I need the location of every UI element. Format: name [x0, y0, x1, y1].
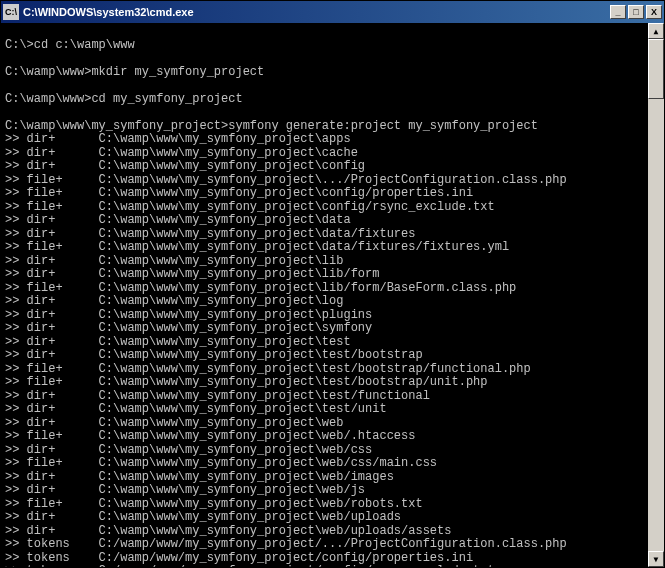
terminal-line: >> tokens C:/wamp/www/my_symfony_project… — [5, 552, 644, 566]
terminal-line — [5, 52, 644, 66]
terminal-line: >> file+ C:\wamp\www\my_symfony_project\… — [5, 376, 644, 390]
terminal-line: C:\wamp\www\my_symfony_project>symfony g… — [5, 120, 644, 134]
window-controls: _ □ X — [610, 5, 662, 19]
close-button[interactable]: X — [646, 5, 662, 19]
terminal-output[interactable]: C:\>cd c:\wamp\www C:\wamp\www>mkdir my_… — [1, 23, 648, 567]
terminal-line: >> dir+ C:\wamp\www\my_symfony_project\w… — [5, 525, 644, 539]
terminal-line: >> file+ C:\wamp\www\my_symfony_project\… — [5, 241, 644, 255]
terminal-line: >> file+ C:\wamp\www\my_symfony_project\… — [5, 187, 644, 201]
terminal-line: >> dir+ C:\wamp\www\my_symfony_project\t… — [5, 403, 644, 417]
terminal-line: >> tokens C:/wamp/www/my_symfony_project… — [5, 538, 644, 552]
terminal-line: >> file+ C:\wamp\www\my_symfony_project\… — [5, 282, 644, 296]
terminal-line — [5, 106, 644, 120]
scroll-thumb[interactable] — [648, 39, 664, 99]
titlebar: C:\ C:\WINDOWS\system32\cmd.exe _ □ X — [1, 1, 664, 23]
terminal-line — [5, 25, 644, 39]
terminal-line: >> dir+ C:\wamp\www\my_symfony_project\w… — [5, 484, 644, 498]
terminal-line: >> file+ C:\wamp\www\my_symfony_project\… — [5, 498, 644, 512]
window-title: C:\WINDOWS\system32\cmd.exe — [23, 6, 610, 18]
terminal-line: >> dir+ C:\wamp\www\my_symfony_project\d… — [5, 228, 644, 242]
terminal-line: C:\wamp\www>cd my_symfony_project — [5, 93, 644, 107]
terminal-line: C:\>cd c:\wamp\www — [5, 39, 644, 53]
terminal-line: >> dir+ C:\wamp\www\my_symfony_project\c… — [5, 160, 644, 174]
terminal-line: >> dir+ C:\wamp\www\my_symfony_project\s… — [5, 322, 644, 336]
terminal-line: >> dir+ C:\wamp\www\my_symfony_project\p… — [5, 309, 644, 323]
terminal-line: C:\wamp\www>mkdir my_symfony_project — [5, 66, 644, 80]
terminal-line: >> dir+ C:\wamp\www\my_symfony_project\t… — [5, 390, 644, 404]
terminal-line: >> file+ C:\wamp\www\my_symfony_project\… — [5, 363, 644, 377]
minimize-button[interactable]: _ — [610, 5, 626, 19]
terminal-line: >> dir+ C:\wamp\www\my_symfony_project\w… — [5, 417, 644, 431]
terminal-line: >> dir+ C:\wamp\www\my_symfony_project\l… — [5, 255, 644, 269]
maximize-button[interactable]: □ — [628, 5, 644, 19]
terminal-line: >> file+ C:\wamp\www\my_symfony_project\… — [5, 457, 644, 471]
terminal-line: >> dir+ C:\wamp\www\my_symfony_project\a… — [5, 133, 644, 147]
terminal-line: >> dir+ C:\wamp\www\my_symfony_project\l… — [5, 268, 644, 282]
terminal-line: >> dir+ C:\wamp\www\my_symfony_project\d… — [5, 214, 644, 228]
terminal-line: >> dir+ C:\wamp\www\my_symfony_project\c… — [5, 147, 644, 161]
vertical-scrollbar[interactable]: ▲ ▼ — [648, 23, 664, 567]
terminal-line — [5, 79, 644, 93]
terminal-line: >> file+ C:\wamp\www\my_symfony_project\… — [5, 174, 644, 188]
scroll-down-button[interactable]: ▼ — [648, 551, 664, 567]
scroll-track[interactable] — [648, 39, 664, 551]
terminal-line: >> dir+ C:\wamp\www\my_symfony_project\w… — [5, 444, 644, 458]
terminal-line: >> dir+ C:\wamp\www\my_symfony_project\w… — [5, 511, 644, 525]
terminal-line: >> file+ C:\wamp\www\my_symfony_project\… — [5, 201, 644, 215]
terminal-line: >> dir+ C:\wamp\www\my_symfony_project\t… — [5, 349, 644, 363]
terminal-line: >> dir+ C:\wamp\www\my_symfony_project\w… — [5, 471, 644, 485]
terminal-line: >> tokens C:/wamp/www/my_symfony_project… — [5, 565, 644, 567]
terminal-line: >> dir+ C:\wamp\www\my_symfony_project\t… — [5, 336, 644, 350]
cmd-icon: C:\ — [3, 4, 19, 20]
scroll-up-button[interactable]: ▲ — [648, 23, 664, 39]
terminal-line: >> file+ C:\wamp\www\my_symfony_project\… — [5, 430, 644, 444]
content-area: C:\>cd c:\wamp\www C:\wamp\www>mkdir my_… — [1, 23, 664, 567]
terminal-line: >> dir+ C:\wamp\www\my_symfony_project\l… — [5, 295, 644, 309]
